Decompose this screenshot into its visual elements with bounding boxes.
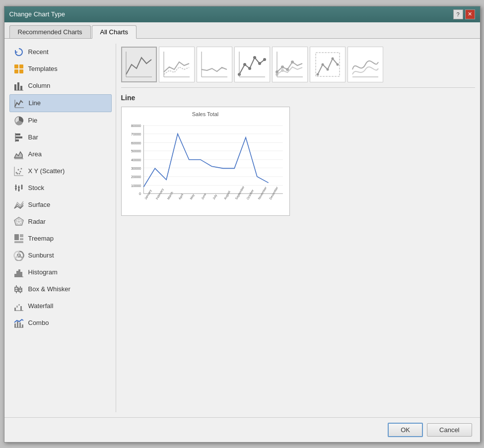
sidebar-item-templates[interactable]: Templates: [9, 61, 112, 77]
chart-thumb-line5[interactable]: [272, 47, 308, 82]
treemap-icon: [13, 233, 24, 244]
svg-point-95: [331, 57, 334, 60]
svg-point-18: [17, 169, 19, 170]
bar-icon: [13, 132, 24, 143]
svg-point-88: [281, 69, 284, 72]
sidebar-item-treemap[interactable]: Treemap: [9, 230, 112, 247]
tab-recommended[interactable]: Recommended Charts: [9, 25, 91, 38]
svg-rect-13: [15, 139, 19, 141]
svg-point-85: [286, 68, 289, 71]
sidebar-label-column: Column: [28, 82, 51, 89]
svg-rect-47: [16, 271, 18, 277]
svg-point-79: [258, 62, 261, 65]
svg-point-78: [253, 56, 256, 59]
svg-point-19: [19, 171, 21, 172]
chart-thumb-line6[interactable]: [310, 47, 346, 82]
chart-thumb-line2[interactable]: [159, 47, 195, 82]
sidebar-item-surface[interactable]: Surface: [9, 196, 112, 213]
combo-icon: [13, 318, 24, 328]
svg-rect-60: [16, 306, 18, 308]
svg-rect-42: [20, 234, 23, 237]
waterfall-icon: [13, 301, 24, 312]
sidebar-label-bar: Bar: [28, 133, 38, 141]
chart-thumb-line4[interactable]: [234, 47, 270, 82]
svg-rect-41: [14, 234, 19, 240]
sidebar-item-scatter[interactable]: X Y (Scatter): [9, 163, 112, 180]
svg-text:December: December: [268, 186, 278, 199]
change-chart-type-dialog: Change Chart Type ? ✕ Recommended Charts…: [4, 6, 481, 443]
main-panel: Line Sales Total 80000 70000 60000 50000…: [121, 44, 475, 412]
sidebar-item-area[interactable]: Area: [9, 146, 112, 163]
svg-marker-15: [14, 152, 22, 158]
svg-text:May: May: [189, 192, 195, 199]
sidebar-item-bar[interactable]: Bar: [9, 129, 112, 146]
sidebar-item-waterfall[interactable]: Waterfall: [9, 298, 112, 315]
svg-rect-59: [14, 308, 16, 311]
title-bar-buttons: ? ✕: [453, 9, 475, 19]
svg-text:October: October: [246, 189, 254, 200]
chart-thumb-line3[interactable]: [197, 47, 232, 82]
sidebar-item-pie[interactable]: Pie: [9, 112, 112, 129]
svg-point-20: [16, 173, 18, 174]
sidebar-item-histogram[interactable]: Histogram: [9, 264, 112, 281]
chart-type-name: Line: [121, 94, 475, 102]
sidebar-label-combo: Combo: [28, 319, 49, 326]
svg-text:July: July: [211, 193, 217, 200]
svg-rect-44: [14, 241, 23, 243]
chart-preview-title: Sales Total: [126, 111, 285, 117]
line-icon: [14, 98, 25, 109]
svg-text:60000: 60000: [131, 140, 140, 145]
svg-rect-12: [15, 136, 22, 138]
tab-all-charts[interactable]: All Charts: [92, 25, 137, 39]
svg-rect-49: [20, 272, 22, 277]
svg-text:40000: 40000: [131, 157, 140, 162]
svg-rect-2: [14, 69, 18, 73]
bottom-bar: OK Cancel: [4, 417, 480, 442]
svg-point-21: [20, 168, 22, 169]
svg-text:August: August: [223, 190, 231, 200]
svg-point-94: [326, 68, 329, 70]
ok-button[interactable]: OK: [388, 423, 423, 437]
sidebar-item-radar[interactable]: Radar: [9, 213, 112, 230]
svg-point-76: [243, 63, 246, 66]
chart-thumb-line1[interactable]: [121, 47, 157, 82]
recent-icon: [13, 47, 24, 58]
sidebar-label-stock: Stock: [28, 184, 45, 192]
svg-point-22: [18, 173, 20, 174]
chart-thumb-line7[interactable]: [347, 47, 383, 82]
sidebar-item-sunburst[interactable]: Sunburst: [9, 247, 112, 264]
surface-icon: [13, 199, 24, 210]
svg-rect-64: [14, 323, 16, 327]
sidebar-item-recent[interactable]: Recent: [9, 44, 112, 61]
sidebar-item-boxwhisker[interactable]: Box & Whisker: [9, 281, 112, 298]
sidebar-label-treemap: Treemap: [28, 235, 54, 242]
sidebar-label-histogram: Histogram: [28, 268, 58, 276]
sidebar-label-surface: Surface: [28, 201, 51, 208]
svg-rect-3: [19, 69, 23, 73]
svg-text:70000: 70000: [131, 131, 140, 136]
sidebar-item-stock[interactable]: Stock: [9, 180, 112, 196]
svg-rect-6: [20, 86, 22, 90]
sunburst-icon: [13, 250, 24, 261]
svg-rect-5: [17, 82, 19, 90]
scatter-icon: [13, 166, 24, 177]
boxwhisker-icon: [13, 284, 24, 295]
sidebar-item-column[interactable]: Column: [9, 77, 112, 94]
sidebar-label-sunburst: Sunburst: [28, 252, 54, 259]
sidebar-label-scatter: X Y (Scatter): [28, 167, 65, 175]
svg-rect-66: [19, 322, 21, 327]
sidebar-item-combo[interactable]: Combo: [9, 315, 112, 331]
svg-rect-61: [18, 304, 20, 306]
column-icon: [13, 80, 24, 91]
templates-icon: [13, 64, 24, 74]
svg-text:20000: 20000: [131, 175, 140, 179]
svg-text:April: April: [177, 192, 183, 199]
close-button[interactable]: ✕: [465, 9, 475, 19]
chart-svg: 80000 70000 60000 50000 40000 30000 2000…: [126, 119, 285, 208]
svg-point-93: [321, 63, 324, 65]
svg-point-84: [281, 65, 284, 68]
sidebar-item-line[interactable]: Line: [9, 94, 112, 112]
radar-icon: [13, 216, 24, 227]
cancel-button[interactable]: Cancel: [427, 423, 472, 437]
help-button[interactable]: ?: [453, 9, 463, 19]
